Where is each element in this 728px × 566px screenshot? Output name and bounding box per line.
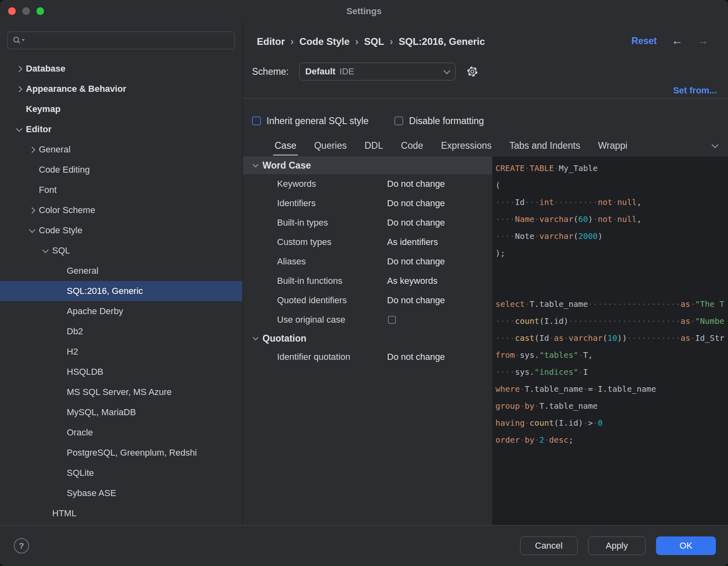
sidebar-item-general[interactable]: General: [0, 261, 242, 281]
breadcrumb-item-sql-2016-generic[interactable]: SQL:2016, Generic: [399, 36, 485, 47]
code-line: order·by·2·desc;: [495, 431, 728, 448]
search-input[interactable]: [7, 32, 235, 49]
sidebar-item-label: Editor: [26, 124, 52, 135]
set-from-link[interactable]: Set from...: [673, 85, 717, 96]
help-button[interactable]: ?: [14, 538, 29, 553]
cancel-button[interactable]: Cancel: [520, 536, 578, 555]
settings-nav-tree: DatabaseAppearance & BehaviorKeymapEdito…: [0, 59, 242, 524]
sidebar-item-color-scheme[interactable]: Color Scheme: [0, 200, 242, 220]
sidebar-item-label: SQL:2016, Generic: [67, 286, 143, 296]
breadcrumb-item-editor[interactable]: Editor: [257, 36, 285, 47]
quoted-identifiers-value-dropdown[interactable]: Do not change: [387, 295, 445, 306]
identifier-quotation-value-dropdown[interactable]: Do not change: [387, 352, 445, 362]
code-line: ····Note·varchar(2000): [495, 228, 728, 245]
sidebar-item-label: SQL: [52, 245, 70, 256]
tab-ddl[interactable]: DDL: [356, 135, 392, 156]
sidebar-item-ms-sql-server-ms-azure[interactable]: MS SQL Server, MS Azure: [0, 382, 242, 402]
chevron-down-icon[interactable]: [25, 220, 39, 241]
keywords-value-dropdown[interactable]: Do not change: [387, 179, 445, 189]
breadcrumb-item-sql[interactable]: SQL: [364, 36, 384, 47]
code-line: having·count(I.id)·>·0: [495, 414, 728, 431]
chevron-down-icon[interactable]: [250, 156, 262, 174]
chevron-right-icon[interactable]: [12, 59, 26, 79]
sidebar-item-sql[interactable]: SQL: [0, 241, 242, 261]
chevron-right-icon[interactable]: [25, 139, 39, 160]
chevron-down-icon[interactable]: [250, 329, 262, 347]
inherit-general-sql-style-checkbox[interactable]: [252, 116, 261, 125]
tab-code[interactable]: Code: [392, 135, 432, 156]
section-header-quotation[interactable]: Quotation: [243, 329, 492, 347]
tab-tabs-and-indents[interactable]: Tabs and Indents: [501, 135, 589, 156]
code-line: ····count(I.id)·······················as…: [495, 313, 728, 329]
scheme-select-dropdown[interactable]: Default IDE: [299, 63, 455, 80]
sidebar-item-label: Oracle: [67, 427, 93, 438]
sidebar-item-oracle[interactable]: Oracle: [0, 422, 242, 443]
sidebar-item-html[interactable]: HTML: [0, 503, 242, 524]
sidebar-item-sqlite[interactable]: SQLite: [0, 463, 242, 483]
setting-row-keywords: KeywordsDo not change: [243, 174, 492, 194]
setting-row-use-original-case: Use original case: [243, 310, 492, 329]
sidebar-item-sql-2016-generic[interactable]: SQL:2016, Generic: [0, 281, 242, 301]
sidebar-item-keymap[interactable]: Keymap: [0, 99, 242, 119]
chevron-right-icon[interactable]: [25, 200, 39, 220]
back-arrow-icon[interactable]: ←: [671, 35, 683, 46]
code-line: ····cast(Id·as·varchar(10))···········as…: [495, 329, 728, 346]
breadcrumb-separator-icon: ›: [390, 36, 393, 47]
identifiers-value-dropdown[interactable]: Do not change: [387, 198, 445, 209]
scheme-label: Scheme:: [252, 66, 289, 77]
setting-row-identifiers: IdentifiersDo not change: [243, 194, 492, 213]
sidebar-item-hsqldb[interactable]: HSQLDB: [0, 362, 242, 382]
tab-expressions[interactable]: Expressions: [432, 135, 500, 156]
scheme-settings-gear-icon[interactable]: [466, 65, 479, 78]
sidebar-item-postgresql-greenplum-redshi[interactable]: PostgreSQL, Greenplum, Redshi: [0, 443, 242, 463]
chevron-down-icon[interactable]: [12, 119, 26, 139]
dialog-footer: ? Cancel Apply OK: [0, 525, 728, 566]
sidebar-item-general[interactable]: General: [0, 139, 242, 160]
breadcrumb-item-code-style[interactable]: Code Style: [299, 36, 349, 47]
tabs-overflow-button[interactable]: [709, 135, 717, 156]
disable-formatting-checkbox[interactable]: [394, 116, 403, 125]
disable-formatting-option[interactable]: Disable formatting: [394, 116, 484, 127]
disable-formatting-label: Disable formatting: [409, 116, 484, 127]
chevron-down-icon: [712, 141, 719, 148]
sidebar-item-apache-derby[interactable]: Apache Derby: [0, 301, 242, 321]
sidebar-item-h2[interactable]: H2: [0, 342, 242, 362]
sidebar-item-database[interactable]: Database: [0, 59, 242, 79]
tab-content: Word CaseKeywordsDo not changeIdentifier…: [243, 156, 728, 526]
tab-queries[interactable]: Queries: [305, 135, 356, 156]
reset-button[interactable]: Reset: [631, 36, 657, 46]
built-in-functions-value-dropdown[interactable]: As keywords: [387, 276, 438, 286]
apply-button[interactable]: Apply: [588, 536, 645, 555]
inherit-general-sql-style-option[interactable]: Inherit general SQL style: [252, 116, 368, 127]
custom-types-value-dropdown[interactable]: As identifiers: [387, 237, 438, 247]
sidebar-item-sybase-ase[interactable]: Sybase ASE: [0, 483, 242, 503]
tab-case[interactable]: Case: [266, 135, 305, 156]
code-style-tabs: CaseQueriesDDLCodeExpressionsTabs and In…: [243, 135, 728, 156]
chevron-right-icon[interactable]: [12, 79, 26, 99]
search-options-caret-icon: [22, 39, 25, 41]
sidebar-item-appearance-behavior[interactable]: Appearance & Behavior: [0, 79, 242, 99]
code-line: group·by·T.table_name: [495, 397, 728, 414]
forward-arrow-icon[interactable]: →: [697, 35, 709, 46]
chevron-spacer: [53, 362, 67, 382]
chevron-spacer: [53, 422, 67, 443]
setting-row-built-in-types: Built-in typesDo not change: [243, 213, 492, 232]
sidebar-item-db2[interactable]: Db2: [0, 321, 242, 342]
setting-label: Keywords: [277, 179, 316, 189]
sidebar-item-mysql-mariadb[interactable]: MySQL, MariaDB: [0, 402, 242, 422]
built-in-types-value-dropdown[interactable]: Do not change: [387, 218, 445, 228]
sidebar-item-editor[interactable]: Editor: [0, 119, 242, 139]
sidebar-item-font[interactable]: Font: [0, 180, 242, 200]
scheme-selected-value: Default: [305, 66, 336, 77]
sidebar-item-code-editing[interactable]: Code Editing: [0, 160, 242, 180]
chevron-spacer: [12, 99, 26, 119]
sidebar-item-code-style[interactable]: Code Style: [0, 220, 242, 241]
section-header-word-case[interactable]: Word Case: [243, 156, 492, 174]
aliases-value-dropdown[interactable]: Do not change: [387, 256, 445, 267]
breadcrumb: Editor›Code Style›SQL›SQL:2016, Generic: [257, 36, 485, 47]
use-original-case-checkbox[interactable]: [388, 316, 396, 324]
tab-wrappi[interactable]: Wrappi: [589, 135, 636, 156]
ok-button[interactable]: OK: [656, 536, 716, 555]
chevron-down-icon[interactable]: [38, 241, 52, 261]
sidebar-item-label: PostgreSQL, Greenplum, Redshi: [67, 448, 197, 458]
